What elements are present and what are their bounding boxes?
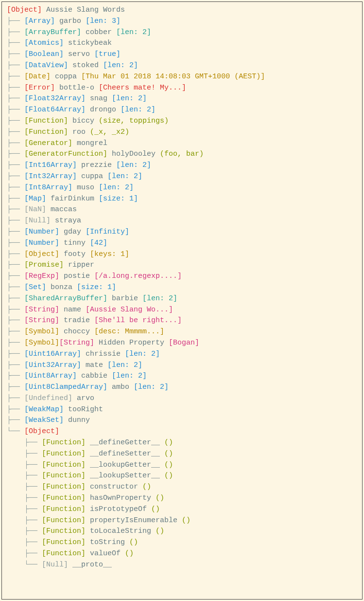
- tree-row[interactable]: ├── [String] tradie [She'll be right...]: [7, 315, 357, 327]
- type-tag: [Uint32Array]: [24, 360, 81, 371]
- tree-row[interactable]: ├── [Float64Array] drongo [len: 2]: [7, 105, 357, 116]
- type-tag: [Function]: [42, 515, 86, 527]
- tree-branch-icon: ├──: [7, 315, 24, 327]
- tree-row[interactable]: ├── [Int32Array] cuppa [len: 2]: [7, 171, 357, 182]
- tree-row[interactable]: ├── [RegExp] postie [/a.long.regexp....]: [7, 271, 357, 282]
- tree-row[interactable]: ├── [Promise] ripper: [7, 260, 357, 271]
- tree-row[interactable]: ├── [Symbol] choccy [desc: Mmmmm...]: [7, 327, 357, 338]
- property-value: [keys: 1]: [90, 249, 129, 260]
- property-key: ripper: [68, 260, 94, 271]
- type-tag: [Atomics]: [24, 38, 64, 49]
- tree-row[interactable]: ├── [Function] propertyIsEnumerable (): [7, 515, 357, 527]
- tree-row[interactable]: ├── [ArrayBuffer] cobber [len: 2]: [7, 27, 357, 38]
- tree-row[interactable]: ├── [Map] fairDinkum [size: 1]: [7, 194, 357, 205]
- tree-row[interactable]: ├── [NaN] maccas: [7, 204, 357, 216]
- tree-row[interactable]: ├── [Function] __defineSetter__ (): [7, 449, 357, 460]
- type-tag: [Symbol]: [24, 338, 59, 349]
- type-tag: [Uint8Array]: [24, 371, 77, 382]
- tree-row[interactable]: ├── [Function] toLocaleString (): [7, 526, 357, 537]
- type-tag: [GeneratorFunction]: [24, 149, 107, 160]
- tree-row[interactable]: ├── [Object] footy [keys: 1]: [7, 249, 357, 260]
- tree-branch-icon: ├──: [7, 305, 24, 316]
- type-tag: [Null]: [42, 560, 68, 571]
- property-value: [len: 2]: [107, 171, 142, 182]
- property-key: isPrototypeOf: [90, 504, 147, 515]
- root-label: Aussie Slang Words: [46, 5, 125, 16]
- tree-row[interactable]: ├── [DataView] stoked [len: 2]: [7, 60, 357, 72]
- tree-row[interactable]: ├── [Function] __lookupGetter__ (): [7, 460, 357, 471]
- tree-row[interactable]: ├── [Atomics] stickybeak: [7, 38, 357, 49]
- tree-row[interactable]: ├── [WeakSet] dunny: [7, 415, 357, 426]
- property-value: [size: 1]: [77, 282, 116, 293]
- tree-row[interactable]: ├── [Function] constructor (): [7, 482, 357, 493]
- debug-output-panel: [Object] Aussie Slang Words ├── [Array] …: [1, 1, 363, 600]
- type-tag: [String]: [24, 315, 59, 327]
- tree-row[interactable]: ├── [Uint8Array] cabbie [len: 2]: [7, 371, 357, 382]
- tree-row[interactable]: ├── [Function] biccy (size, toppings): [7, 116, 357, 127]
- tree-row[interactable]: ├── [Null] straya: [7, 216, 357, 227]
- tree-branch-icon: ├──: [7, 282, 24, 293]
- property-key: dunny: [68, 415, 90, 426]
- tree-row[interactable]: ├── [Function] __defineGetter__ (): [7, 437, 357, 449]
- tree-branch-icon: ├──: [7, 338, 24, 349]
- tree-row[interactable]: ├── [Function] valueOf (): [7, 548, 357, 560]
- tree-row[interactable]: ├── [Uint32Array] mate [len: 2]: [7, 360, 357, 371]
- tree-row[interactable]: ├── [Function] toString (): [7, 537, 357, 548]
- type-tag: [Generator]: [24, 138, 72, 149]
- property-key: biccy: [72, 116, 94, 127]
- function-args: (size, toppings): [99, 116, 169, 127]
- tree-row[interactable]: ├── [Number] gday [Infinity]: [7, 227, 357, 238]
- function-args: (): [156, 493, 164, 504]
- tree-row[interactable]: ├── [Set] bonza [size: 1]: [7, 282, 357, 293]
- tree-row[interactable]: ├── [Function] __lookupSetter__ (): [7, 471, 357, 482]
- type-tag: [Uint16Array]: [24, 349, 81, 360]
- tree-row[interactable]: └── [Object]: [7, 426, 357, 437]
- tree-row[interactable]: ├── [String] name [Aussie Slang Wo...]: [7, 305, 357, 316]
- tree-row[interactable]: ├── [Error] bottle-o [Cheers mate! My...…: [7, 83, 357, 94]
- tree-row[interactable]: ├── [Float32Array] snag [len: 2]: [7, 93, 357, 105]
- property-key: name: [64, 305, 81, 316]
- tree-branch-icon: ├──: [7, 93, 24, 105]
- tree-branch-icon: ├──: [7, 171, 24, 182]
- tree-row[interactable]: └── [Null] __proto__: [7, 560, 357, 571]
- property-key: __defineGetter__: [90, 437, 160, 449]
- property-value: [Cheers mate! My...]: [99, 83, 186, 94]
- property-key: stickybeak: [68, 38, 112, 49]
- type-tag: [Function]: [42, 471, 86, 482]
- property-key: Hidden Property: [99, 338, 164, 349]
- tree-row[interactable]: ├── [Function] hasOwnProperty (): [7, 493, 357, 504]
- property-key: choccy: [64, 327, 90, 338]
- tree-row[interactable]: ├── [SharedArrayBuffer] barbie [len: 2]: [7, 293, 357, 305]
- tree-row[interactable]: ├── [Boolean] servo [true]: [7, 49, 357, 60]
- tree-row[interactable]: ├── [Number] tinny [42]: [7, 238, 357, 249]
- tree-row[interactable]: ├── [Int8Array] muso [len: 2]: [7, 182, 357, 194]
- property-key: hasOwnProperty: [90, 493, 151, 504]
- function-args: (_x, _x2): [90, 127, 129, 138]
- tree-row[interactable]: ├── [Int16Array] prezzie [len: 2]: [7, 160, 357, 171]
- tree-row[interactable]: ├── [Uint16Array] chrissie [len: 2]: [7, 349, 357, 360]
- tree-row[interactable]: ├── [Symbol][String] Hidden Property [Bo…: [7, 338, 357, 349]
- tree-row[interactable]: ├── [Date] coppa [Thu Mar 01 2018 14:08:…: [7, 72, 357, 83]
- tree-row[interactable]: ├── [Uint8ClampedArray] ambo [len: 2]: [7, 382, 357, 393]
- property-value: [len: 2]: [121, 105, 156, 116]
- tree-branch-icon: ├──: [7, 327, 24, 338]
- tree-branch-icon: ├──: [7, 349, 24, 360]
- tree-branch-icon: ├──: [7, 216, 24, 227]
- type-tag: [Null]: [24, 216, 51, 227]
- tree-row[interactable]: ├── [GeneratorFunction] holyDooley (foo,…: [7, 149, 357, 160]
- tree-row[interactable]: ├── [Generator] mongrel: [7, 138, 357, 149]
- tree-branch-icon: ├──: [7, 449, 42, 460]
- tree-row[interactable]: ├── [Array] garbo [len: 3]: [7, 16, 357, 27]
- tree-branch-icon: ├──: [7, 504, 42, 515]
- tree-branch-icon: ├──: [7, 548, 42, 560]
- tree-row[interactable]: ├── [WeakMap] tooRight: [7, 404, 357, 416]
- function-args: (): [164, 437, 173, 449]
- property-key: gday: [64, 227, 81, 238]
- tree-branch-icon: ├──: [7, 83, 24, 94]
- property-key: mongrel: [77, 138, 107, 149]
- tree-row[interactable]: ├── [Function] roo (_x, _x2): [7, 127, 357, 138]
- tree-row[interactable]: ├── [Undefined] arvo: [7, 393, 357, 404]
- tree-row[interactable]: ├── [Function] isPrototypeOf (): [7, 504, 357, 515]
- tree-root[interactable]: [Object] Aussie Slang Words: [7, 5, 357, 16]
- property-value: [desc: Mmmmm...]: [94, 327, 164, 338]
